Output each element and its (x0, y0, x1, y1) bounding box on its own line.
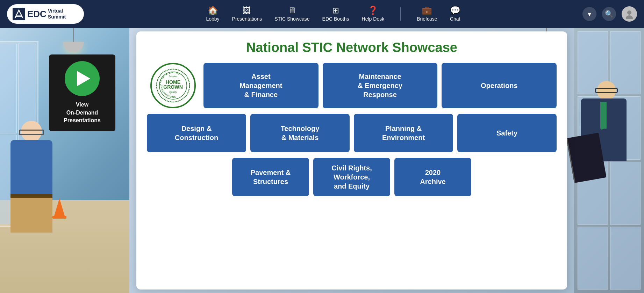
btn-operations[interactable]: Operations (442, 63, 557, 108)
briefcase-icon: 💼 (422, 6, 432, 15)
search-button[interactable]: 🔍 (602, 7, 616, 21)
nav-briefcase[interactable]: 💼 Briefcase (417, 6, 437, 22)
nav-help-label: Help Desk (362, 16, 385, 22)
nav-briefcase-label: Briefcase (417, 16, 437, 22)
user-avatar[interactable] (622, 6, 637, 22)
btn-archive-2020[interactable]: 2020 Archive (394, 158, 471, 196)
btn-safety[interactable]: Safety (457, 114, 557, 152)
traffic-cone (54, 198, 66, 219)
nav-presentations[interactable]: 🖼 Presentations (232, 6, 262, 22)
nav-lobby-label: Lobby (206, 16, 219, 22)
svg-text:Premium: Premium (169, 75, 177, 78)
logo[interactable]: EDC VirtualSummit (7, 4, 84, 24)
logo-virtual-summit: VirtualSummit (48, 8, 66, 20)
nav-help-desk[interactable]: ❓ Help Desk (362, 6, 385, 22)
showcase-row2: Design & Construction Technology & Mater… (147, 114, 557, 152)
left-panel: View On-Demand Presentations (0, 28, 129, 293)
stamp-area: STATE & LOCAL Premium HOME GROWN Quality (147, 63, 199, 108)
dropdown-button[interactable]: ▾ (582, 7, 596, 21)
avatar-icon (624, 9, 634, 19)
edc-logo-icon (13, 8, 25, 20)
lamp-shade (63, 42, 84, 52)
btn-technology-materials[interactable]: Technology & Materials (250, 114, 350, 152)
btn-planning-environment[interactable]: Planning & Environment (354, 114, 453, 152)
nav-presentations-label: Presentations (232, 16, 262, 22)
stamp-svg: STATE & LOCAL Premium HOME GROWN Quality (150, 68, 196, 103)
nav-divider (400, 7, 401, 21)
navbar: EDC VirtualSummit 🏠 Lobby 🖼 Presentation… (0, 0, 644, 28)
chat-icon: 💬 (450, 6, 460, 15)
play-button[interactable] (65, 61, 100, 96)
lobby-icon: 🏠 (208, 6, 218, 15)
svg-point-1 (627, 10, 631, 15)
right-panel: National STIC Network Showcase (129, 28, 644, 293)
nav-lobby[interactable]: 🏠 Lobby (206, 6, 219, 22)
showcase-title: National STIC Network Showcase (147, 40, 557, 56)
nav-chat[interactable]: 💬 Chat (450, 6, 460, 22)
btn-maintenance-emergency[interactable]: Maintenance & Emergency Response (323, 63, 438, 108)
help-desk-icon: ❓ (368, 6, 378, 15)
btn-asset-management[interactable]: Asset Management & Finance (203, 63, 319, 108)
btn-pavement-structures[interactable]: Pavement & Structures (232, 158, 309, 196)
svg-text:GROWN: GROWN (163, 84, 183, 89)
person-left (3, 121, 59, 293)
showcase-board: National STIC Network Showcase (136, 31, 567, 290)
ceiling-lamp (63, 28, 84, 52)
main-area: View On-Demand Presentations (0, 28, 644, 293)
showcase-row1: STATE & LOCAL Premium HOME GROWN Quality (147, 63, 557, 108)
nav-right: ▾ 🔍 (582, 6, 637, 22)
nav-center: 🏠 Lobby 🖼 Presentations 🖥 STIC Showcase … (84, 6, 582, 22)
play-triangle-icon (77, 71, 90, 86)
btn-civil-rights[interactable]: Civil Rights, Workforce, and Equity (313, 158, 390, 196)
nav-chat-label: Chat (450, 16, 460, 22)
person-right (578, 81, 641, 293)
svg-point-2 (626, 15, 633, 19)
nav-stic-label: STIC Showcase (274, 16, 309, 22)
monitor-screen[interactable]: View On-Demand Presentations (49, 54, 115, 131)
svg-text:Quality: Quality (169, 91, 177, 94)
stic-showcase-icon: 🖥 (288, 6, 296, 15)
nav-stic-showcase[interactable]: 🖥 STIC Showcase (274, 6, 309, 22)
btn-design-construction[interactable]: Design & Construction (147, 114, 246, 152)
showcase-row3: Pavement & Structures Civil Rights, Work… (147, 158, 557, 196)
nav-booths-label: EDC Booths (322, 16, 349, 22)
lamp-cord (73, 28, 74, 42)
presentations-icon: 🖼 (243, 6, 251, 15)
logo-edc: EDC (27, 9, 46, 20)
logo-text: EDC VirtualSummit (27, 8, 66, 20)
stamp: STATE & LOCAL Premium HOME GROWN Quality (150, 63, 196, 108)
edc-booths-icon: ⊞ (332, 6, 339, 15)
nav-edc-booths[interactable]: ⊞ EDC Booths (322, 6, 349, 22)
monitor-label: View On-Demand Presentations (64, 101, 101, 124)
